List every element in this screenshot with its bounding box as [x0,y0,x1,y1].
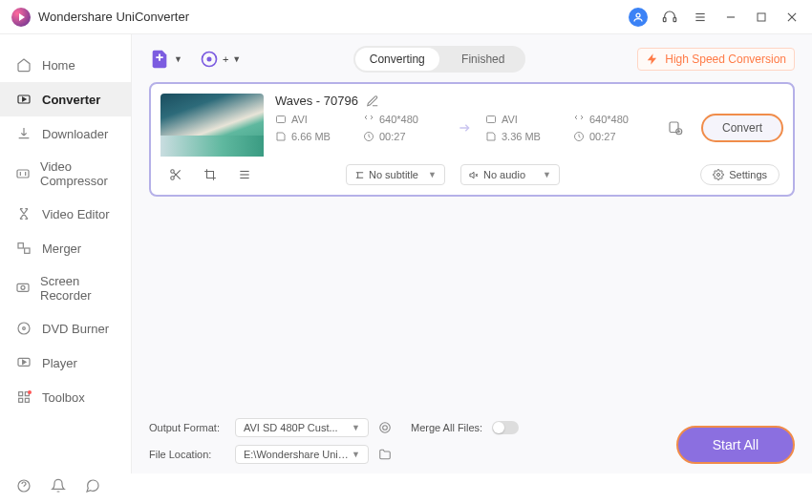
arrow-icon [451,120,478,136]
plus-icon: + [223,53,228,65]
bell-icon[interactable] [50,477,67,494]
hsc-label: High Speed Conversion [665,52,786,66]
sidebar-item-dvd[interactable]: DVD Burner [0,311,131,346]
dvd-icon [15,320,32,337]
file-location-label: File Location: [149,449,225,460]
high-speed-conversion-button[interactable]: High Speed Conversion [637,48,795,71]
headset-icon[interactable] [661,9,678,26]
sidebar-item-label: Video Editor [42,207,110,221]
converter-icon [15,91,32,108]
file-title: Waves - 70796 [275,94,358,108]
sidebar-item-label: Merger [42,242,81,256]
compressor-icon [15,165,31,182]
dst-format: AVI [485,114,566,125]
sidebar-item-converter[interactable]: Converter [0,82,131,116]
account-avatar-icon[interactable] [629,8,648,27]
svg-point-0 [636,13,640,17]
downloader-icon [15,125,32,142]
sidebar-item-label: DVD Burner [42,322,109,336]
src-size: 6.66 MB [275,131,355,142]
menu-icon[interactable] [692,9,709,26]
svg-rect-27 [276,116,285,123]
chevron-down-icon: ▼ [232,54,241,64]
menu-lines-icon[interactable] [235,168,254,181]
svg-rect-7 [758,13,765,21]
sidebar-item-compressor[interactable]: Video Compressor [0,151,131,197]
src-duration: 00:27 [363,131,443,142]
sidebar-item-label: Video Compressor [40,159,116,188]
merge-label: Merge All Files: [411,422,482,433]
sidebar-item-label: Player [42,356,77,370]
settings-button[interactable]: Settings [700,164,780,185]
sidebar-item-editor[interactable]: Video Editor [0,197,131,231]
edit-title-icon[interactable] [366,94,379,108]
convert-button[interactable]: Convert [701,114,783,142]
toolbox-icon [15,388,32,406]
titlebar: Wondershare UniConverter [0,0,812,34]
help-icon[interactable] [15,477,32,494]
dst-size: 3.36 MB [485,131,566,142]
editor-icon [15,205,32,222]
app-title: Wondershare UniConverter [38,10,189,24]
sidebar-item-label: Screen Recorder [40,274,116,303]
merge-toggle[interactable] [492,421,519,434]
merger-icon [15,240,32,257]
svg-rect-2 [673,17,676,21]
subtitle-select[interactable]: No subtitle▼ [346,164,445,185]
target-icon[interactable] [378,421,392,434]
start-all-button[interactable]: Start All [676,426,795,464]
svg-rect-15 [17,284,29,291]
svg-rect-31 [670,122,678,133]
tab-finished[interactable]: Finished [441,46,525,73]
add-file-button[interactable]: ▼ [149,49,182,70]
svg-rect-12 [17,170,29,178]
svg-point-26 [207,57,210,60]
svg-rect-23 [19,398,23,402]
svg-rect-13 [18,243,23,248]
sidebar-item-downloader[interactable]: Downloader [0,116,131,151]
sidebar-item-recorder[interactable]: Screen Recorder [0,265,131,311]
sidebar-item-label: Downloader [42,127,108,141]
minimize-icon[interactable] [722,9,739,26]
file-location-select[interactable]: E:\Wondershare UniConverter▼ [235,445,369,464]
sidebar-item-home[interactable]: Home [0,48,131,82]
file-card: Waves - 70796 AVI 6.66 MB 640*480 00:27 [149,82,795,197]
sidebar-item-label: Home [42,58,75,73]
add-dvd-button[interactable]: + ▼ [200,50,241,69]
crop-icon[interactable] [201,168,220,181]
app-logo [11,8,31,27]
tab-converting[interactable]: Converting [355,48,439,71]
folder-icon[interactable] [378,448,392,461]
sidebar: Home Converter Downloader Video Compress… [0,34,132,473]
audio-select[interactable]: No audio▼ [460,164,560,185]
src-resolution: 640*480 [363,114,443,125]
svg-point-33 [171,170,175,174]
home-icon [15,56,32,74]
svg-point-40 [383,426,388,430]
sidebar-item-toolbox[interactable]: Toolbox [0,380,131,414]
svg-point-17 [18,323,30,334]
feedback-icon[interactable] [84,477,101,494]
svg-rect-24 [25,398,29,402]
recorder-icon [15,280,31,297]
svg-point-39 [380,423,391,433]
svg-marker-20 [23,360,26,364]
chevron-down-icon: ▼ [174,54,182,64]
dst-resolution: 640*480 [573,114,653,125]
file-settings-icon[interactable] [667,119,684,136]
svg-point-34 [171,177,175,180]
src-format: AVI [275,114,355,125]
sidebar-item-merger[interactable]: Merger [0,231,131,265]
maximize-icon[interactable] [753,9,770,26]
close-icon[interactable] [783,9,801,26]
output-format-select[interactable]: AVI SD 480P Cust...▼ [235,418,369,437]
video-thumbnail[interactable] [160,94,264,157]
svg-rect-1 [663,17,666,21]
svg-point-16 [21,285,25,289]
player-icon [15,354,32,371]
svg-rect-14 [25,248,30,253]
trim-icon[interactable] [166,168,185,181]
svg-point-18 [23,327,26,330]
status-tabs: Converting Finished [353,46,525,73]
sidebar-item-player[interactable]: Player [0,346,131,380]
